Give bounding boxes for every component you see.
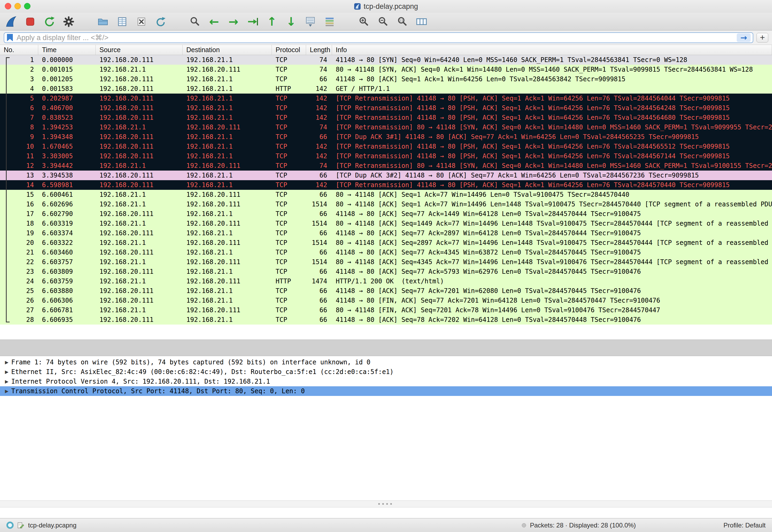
cell-info: GET / HTTP/1.1 xyxy=(332,84,772,94)
cell-destination: 192.168.21.1 xyxy=(183,113,272,122)
status-bar: tcp-delay.pcapng Packets: 28 · Displayed… xyxy=(0,518,772,532)
column-header-protocol[interactable]: Protocol xyxy=(272,45,306,55)
packet-row-17[interactable]: 176.602790192.168.20.111192.168.21.1TCP6… xyxy=(0,209,772,219)
packet-row-28[interactable]: 286.606935192.168.20.111192.168.21.1TCP6… xyxy=(0,315,772,325)
cell-destination: 192.168.21.1 xyxy=(183,103,272,113)
packet-row-2[interactable]: 20.001015192.168.21.1192.168.20.111TCP74… xyxy=(0,65,772,74)
packet-row-27[interactable]: 276.606781192.168.21.1192.168.20.111TCP6… xyxy=(0,305,772,315)
expert-info-button[interactable] xyxy=(6,522,14,529)
expand-triangle-icon[interactable]: ▶ xyxy=(2,377,11,386)
filter-add-button[interactable]: + xyxy=(756,33,768,43)
close-file-button[interactable] xyxy=(135,15,148,28)
column-header-info[interactable]: Info xyxy=(332,45,772,55)
cell-source: 192.168.20.111 xyxy=(96,84,183,94)
packet-row-3[interactable]: 30.001205192.168.20.111192.168.21.1TCP66… xyxy=(0,74,772,84)
open-file-button[interactable] xyxy=(96,15,110,28)
expand-triangle-icon[interactable]: ▶ xyxy=(2,386,11,396)
packet-row-10[interactable]: 101.670465192.168.20.111192.168.21.1TCP1… xyxy=(0,142,772,151)
stop-capture-button[interactable] xyxy=(24,15,37,28)
column-header-source[interactable]: Source xyxy=(96,45,183,55)
cell-destination: 192.168.21.1 xyxy=(183,142,272,151)
start-capture-button[interactable] xyxy=(4,15,18,28)
restart-capture-button[interactable] xyxy=(43,15,56,28)
packet-row-9[interactable]: 91.394348192.168.20.111192.168.21.1TCP66… xyxy=(0,132,772,142)
zoom-in-button[interactable] xyxy=(357,15,370,28)
packet-row-26[interactable]: 266.606306192.168.20.111192.168.21.1TCP6… xyxy=(0,296,772,305)
packet-row-6[interactable]: 60.406700192.168.20.111192.168.21.1TCP14… xyxy=(0,103,772,113)
packet-detail-pane[interactable]: ▶Frame 1: 74 bytes on wire (592 bits), 7… xyxy=(0,356,772,500)
column-header-no[interactable]: No. xyxy=(0,45,38,55)
cell-no: 11 xyxy=(0,151,38,161)
cell-destination: 192.168.20.111 xyxy=(183,65,272,74)
packet-list-pane[interactable]: 10.000000192.168.20.111192.168.21.1TCP74… xyxy=(0,55,772,340)
detail-row-1[interactable]: ▶Ethernet II, Src: AsixElec_82:4c:49 (00… xyxy=(0,367,772,377)
detail-row-0[interactable]: ▶Frame 1: 74 bytes on wire (592 bits), 7… xyxy=(0,357,772,367)
packet-row-16[interactable]: 166.602696192.168.21.1192.168.20.111TCP1… xyxy=(0,199,772,209)
column-header-time[interactable]: Time xyxy=(38,45,96,55)
cell-protocol: TCP xyxy=(272,180,306,190)
close-file-icon xyxy=(136,16,147,28)
status-profile[interactable]: Profile: Default xyxy=(724,522,766,529)
cell-no: 13 xyxy=(0,171,38,180)
detail-row-2[interactable]: ▶Internet Protocol Version 4, Src: 192.1… xyxy=(0,377,772,386)
cell-time: 6.602790 xyxy=(38,209,96,219)
packet-row-24[interactable]: 246.603759192.168.21.1192.168.20.111HTTP… xyxy=(0,276,772,286)
packet-row-7[interactable]: 70.838523192.168.20.111192.168.21.1TCP14… xyxy=(0,113,772,122)
packet-row-23[interactable]: 236.603809192.168.20.111192.168.21.1TCP6… xyxy=(0,267,772,276)
cell-source: 192.168.20.111 xyxy=(96,315,183,325)
cell-time: 6.606781 xyxy=(38,305,96,315)
expand-triangle-icon[interactable]: ▶ xyxy=(2,367,11,377)
packet-row-13[interactable]: 133.394538192.168.20.111192.168.21.1TCP6… xyxy=(0,171,772,180)
capture-options-button[interactable] xyxy=(62,15,75,28)
packet-row-8[interactable]: 81.394253192.168.21.1192.168.20.111TCP74… xyxy=(0,122,772,132)
go-back-button[interactable]: ← xyxy=(207,15,221,28)
packet-row-18[interactable]: 186.603319192.168.21.1192.168.20.111TCP1… xyxy=(0,219,772,228)
packet-bytes-pane[interactable]: 0000cc 2d e0 ca 5f e1 00 0ec6 82 4c 49 0… xyxy=(0,507,772,518)
display-filter-input[interactable]: Apply a display filter ... <⌘/> → xyxy=(4,32,753,43)
find-packet-button[interactable] xyxy=(188,15,202,28)
window-title: tcp-delay.pcapng xyxy=(364,2,418,11)
packet-row-4[interactable]: 40.001583192.168.20.111192.168.21.1HTTP1… xyxy=(0,84,772,94)
cell-length: 66 xyxy=(306,305,332,315)
packet-row-25[interactable]: 256.603880192.168.20.111192.168.21.1TCP6… xyxy=(0,286,772,296)
go-last-packet-button[interactable]: ↓ xyxy=(284,15,298,28)
resize-columns-button[interactable] xyxy=(415,15,428,28)
filter-apply-button[interactable]: → xyxy=(737,33,751,42)
capture-comment-button[interactable] xyxy=(17,522,24,529)
reload-file-button[interactable] xyxy=(154,15,167,28)
column-header-length[interactable]: Length xyxy=(306,45,332,55)
go-to-packet-button[interactable] xyxy=(246,15,259,28)
cell-no: 18 xyxy=(0,219,38,228)
cell-no: 15 xyxy=(0,190,38,199)
zoom-original-button[interactable]: 1:1 xyxy=(396,15,409,28)
detail-row-3[interactable]: ▶Transmission Control Protocol, Src Port… xyxy=(0,386,772,396)
cell-length: 66 xyxy=(306,209,332,219)
packet-row-5[interactable]: 50.202987192.168.20.111192.168.21.1TCP14… xyxy=(0,94,772,103)
packet-row-11[interactable]: 113.303005192.168.20.111192.168.21.1TCP1… xyxy=(0,151,772,161)
auto-scroll-button[interactable] xyxy=(304,15,317,28)
cell-source: 192.168.20.111 xyxy=(96,180,183,190)
packet-row-12[interactable]: 123.394442192.168.21.1192.168.20.111TCP7… xyxy=(0,161,772,171)
expand-triangle-icon[interactable]: ▶ xyxy=(2,357,11,367)
filter-bookmark-icon[interactable] xyxy=(7,34,13,41)
zoom-out-button[interactable] xyxy=(376,15,390,28)
packet-row-20[interactable]: 206.603322192.168.21.1192.168.20.111TCP1… xyxy=(0,238,772,248)
go-forward-button[interactable]: → xyxy=(227,15,240,28)
cell-length: 66 xyxy=(306,267,332,276)
cell-source: 192.168.20.111 xyxy=(96,267,183,276)
column-header-destination[interactable]: Destination xyxy=(183,45,272,55)
packet-row-22[interactable]: 226.603757192.168.21.1192.168.20.111TCP1… xyxy=(0,257,772,267)
pane-splitter[interactable] xyxy=(0,340,772,356)
cell-length: 142 xyxy=(306,103,332,113)
colorize-packets-button[interactable] xyxy=(323,15,336,28)
packet-row-15[interactable]: 156.600461192.168.21.1192.168.20.111TCP6… xyxy=(0,190,772,199)
go-first-packet-button[interactable]: ↑ xyxy=(265,15,279,28)
packet-row-19[interactable]: 196.603374192.168.20.111192.168.21.1TCP6… xyxy=(0,228,772,238)
packet-row-14[interactable]: 146.598981192.168.20.111192.168.21.1TCP1… xyxy=(0,180,772,190)
cell-source: 192.168.21.1 xyxy=(96,305,183,315)
pane-splitter-2[interactable] xyxy=(0,500,772,507)
packet-row-21[interactable]: 216.603460192.168.20.111192.168.21.1TCP6… xyxy=(0,248,772,257)
packet-row-1[interactable]: 10.000000192.168.20.111192.168.21.1TCP74… xyxy=(0,55,772,65)
save-file-button[interactable] xyxy=(115,15,129,28)
cell-protocol: TCP xyxy=(272,257,306,267)
